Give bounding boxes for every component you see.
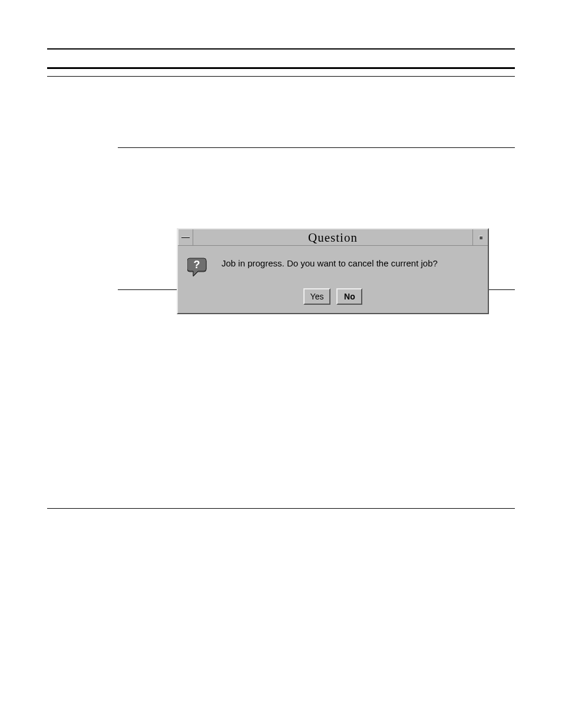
question-icon: ? [187, 256, 209, 278]
divider [118, 147, 515, 148]
dialog-message: Job in progress. Do you want to cancel t… [222, 254, 438, 269]
divider [47, 48, 515, 50]
titlebar: Question [178, 229, 488, 246]
dialog-body: ? Job in progress. Do you want to cancel… [178, 246, 488, 313]
svg-text:?: ? [194, 259, 200, 271]
no-button[interactable]: No [336, 288, 362, 305]
dash-icon [181, 236, 190, 238]
dialog-title: Question [193, 229, 472, 245]
divider [47, 76, 515, 77]
yes-button[interactable]: Yes [303, 288, 331, 305]
window-minimize-button[interactable] [472, 229, 488, 245]
dot-icon [479, 236, 482, 239]
question-dialog: Question ? Job in progress. Do you want … [177, 228, 489, 314]
window-menu-button[interactable] [178, 229, 193, 245]
divider [47, 508, 515, 509]
divider [47, 67, 515, 69]
